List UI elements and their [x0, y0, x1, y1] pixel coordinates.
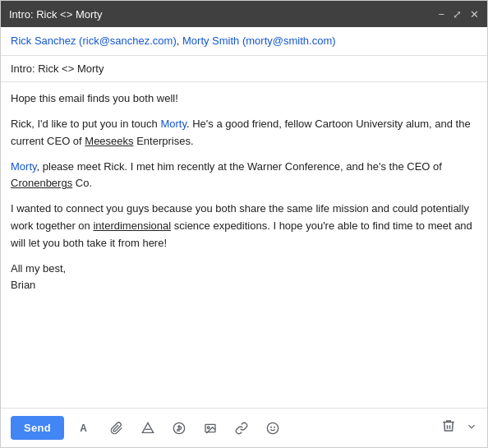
to-field[interactable]: Rick Sanchez (rick@sanchez.com), Morty S… [1, 27, 487, 56]
svg-point-6 [207, 427, 209, 429]
closing-paragraph: All my best, Brian [11, 261, 477, 295]
toolbar-right [441, 418, 477, 437]
body-paragraph-1: Rick, I'd like to put you in touch Morty… [11, 116, 477, 150]
cronenbergs-link[interactable]: Cronenbergs [11, 177, 72, 189]
minimize-button[interactable]: − [438, 8, 444, 21]
expand-button[interactable]: ⤢ [453, 8, 462, 21]
svg-point-7 [267, 423, 278, 433]
title-bar: Intro: Rick <> Morty − ⤢ ✕ [1, 1, 487, 27]
subject-text: Intro: Rick <> Morty [11, 62, 104, 75]
para2-text: , please meet Rick. I met him recently a… [37, 160, 442, 173]
morty-link-1[interactable]: Morty [160, 118, 186, 130]
greeting-text: Hope this email finds you both well! [11, 92, 178, 104]
insert-money-icon[interactable] [169, 418, 189, 438]
email-compose-window: Intro: Rick <> Morty − ⤢ ✕ Rick Sanchez … [0, 0, 488, 448]
svg-text:A: A [80, 423, 87, 434]
attach-file-icon[interactable] [107, 418, 127, 438]
close-button[interactable]: ✕ [470, 8, 479, 21]
interdimensional-text: interdimensional [93, 219, 171, 232]
insert-emoji-icon[interactable] [263, 418, 283, 438]
window-controls: − ⤢ ✕ [438, 8, 479, 21]
morty-link-2[interactable]: Morty [11, 160, 37, 173]
insert-link-icon[interactable] [232, 418, 251, 438]
meeseeks-link[interactable]: Meeseeks [85, 135, 133, 147]
compose-toolbar: Send A [1, 408, 487, 447]
para2-end: Co. [72, 177, 92, 189]
recipient-morty[interactable]: Morty Smith (morty@smith.com) [182, 35, 336, 47]
recipient-rick[interactable]: Rick Sanchez (rick@sanchez.com) [11, 35, 177, 47]
send-button[interactable]: Send [11, 416, 64, 440]
closing-text: All my best, [11, 262, 66, 275]
email-body[interactable]: Hope this email finds you both well! Ric… [1, 82, 487, 408]
body-paragraph-3: I wanted to connect you guys because you… [11, 201, 477, 252]
svg-marker-1 [142, 423, 153, 432]
delete-draft-icon[interactable] [441, 418, 456, 437]
para1-before: Rick, I'd like to put you in touch [11, 118, 160, 130]
signature-text: Brian [11, 279, 35, 291]
greeting-paragraph: Hope this email finds you both well! [11, 90, 477, 108]
subject-field: Intro: Rick <> Morty [1, 56, 487, 82]
more-options-icon[interactable] [466, 421, 477, 435]
window-title: Intro: Rick <> Morty [9, 8, 102, 21]
google-drive-icon[interactable] [138, 418, 158, 438]
format-text-icon[interactable]: A [76, 418, 95, 438]
para1-end: Enterprises. [134, 135, 194, 147]
insert-photo-icon[interactable] [200, 418, 220, 438]
body-paragraph-2: Morty, please meet Rick. I met him recen… [11, 159, 477, 193]
